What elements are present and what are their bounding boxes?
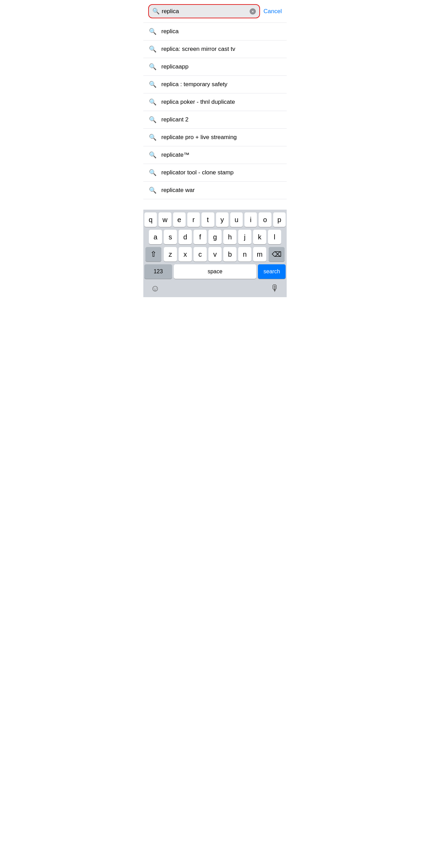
suggestion-text: replica [161,28,179,35]
delete-key[interactable]: ⌫ [269,247,285,262]
key-b[interactable]: b [223,247,236,262]
suggestion-search-icon: 🔍 [149,98,156,106]
suggestion-search-icon: 🔍 [149,134,156,141]
clear-button[interactable]: × [250,8,256,15]
emoji-icon[interactable]: ☺ [146,283,164,294]
key-v[interactable]: v [208,247,222,262]
suggestion-item[interactable]: 🔍 replicate pro + live streaming [143,129,287,146]
microphone-icon[interactable]: 🎙 [266,283,284,294]
search-bar-area: 🔍 replica × Cancel [143,0,287,22]
suggestion-item[interactable]: 🔍 replica : temporary safety [143,76,287,93]
suggestion-text: replicator tool - clone stamp [161,169,234,176]
shift-icon: ⇧ [150,250,156,259]
suggestion-search-icon: 🔍 [149,116,156,124]
keyboard-emoji-row: ☺ 🎙 [144,282,286,296]
cancel-button[interactable]: Cancel [263,8,282,15]
key-i[interactable]: i [244,212,257,227]
key-w[interactable]: w [159,212,171,227]
suggestion-text: replicate pro + live streaming [161,134,237,141]
suggestion-item[interactable]: 🔍 replicate war [143,182,287,199]
search-icon: 🔍 [152,8,160,15]
suggestion-search-icon: 🔍 [149,63,156,71]
key-t[interactable]: t [201,212,214,227]
key-k[interactable]: k [253,230,266,244]
key-h[interactable]: h [223,230,236,244]
key-r[interactable]: r [187,212,200,227]
search-input[interactable]: replica [162,8,248,15]
key-q[interactable]: q [144,212,157,227]
key-a[interactable]: a [149,230,162,244]
suggestion-search-icon: 🔍 [149,151,156,159]
search-key[interactable]: search [258,264,286,279]
key-m[interactable]: m [253,247,266,262]
key-x[interactable]: x [179,247,192,262]
key-z[interactable]: z [164,247,177,262]
suggestion-item[interactable]: 🔍 replicaapp [143,58,287,76]
suggestion-item[interactable]: 🔍 replica [143,23,287,40]
keyboard-bottom-bar: 123 space search [144,264,286,279]
numbers-key[interactable]: 123 [144,264,172,279]
suggestion-text: replicant 2 [161,116,188,123]
key-d[interactable]: d [179,230,192,244]
suggestion-item[interactable]: 🔍 replicate™ [143,146,287,164]
suggestion-text: replicaapp [161,63,188,70]
suggestion-text: replicate™ [161,152,189,158]
suggestions-list: 🔍 replica 🔍 replica: screen mirror cast … [143,22,287,199]
suggestion-search-icon: 🔍 [149,186,156,194]
key-c[interactable]: c [194,247,207,262]
keyboard: qwertyuiop asdfghjkl ⇧ zxcvbnm ⌫ 123 spa… [143,210,287,297]
suggestion-text: replica: screen mirror cast tv [161,46,235,53]
search-input-wrapper: 🔍 replica × [148,4,260,18]
key-g[interactable]: g [208,230,222,244]
suggestion-item[interactable]: 🔍 replica: screen mirror cast tv [143,40,287,58]
suggestion-item[interactable]: 🔍 replica poker - thnl duplicate [143,93,287,111]
key-y[interactable]: y [216,212,229,227]
key-l[interactable]: l [268,230,281,244]
suggestion-search-icon: 🔍 [149,169,156,176]
suggestion-search-icon: 🔍 [149,81,156,88]
suggestion-search-icon: 🔍 [149,28,156,35]
key-p[interactable]: p [273,212,286,227]
suggestion-text: replica poker - thnl duplicate [161,99,235,106]
keyboard-row-1: qwertyuiop [144,212,286,227]
key-o[interactable]: o [259,212,271,227]
key-u[interactable]: u [230,212,243,227]
keyboard-row-2: asdfghjkl [144,230,286,244]
suggestion-text: replica : temporary safety [161,81,227,88]
suggestion-item[interactable]: 🔍 replicator tool - clone stamp [143,164,287,182]
key-s[interactable]: s [164,230,177,244]
delete-icon: ⌫ [272,250,281,258]
keyboard-row-3-wrapper: ⇧ zxcvbnm ⌫ [144,247,286,262]
space-key[interactable]: space [174,264,256,279]
suggestion-search-icon: 🔍 [149,45,156,53]
shift-key[interactable]: ⇧ [145,247,161,262]
suggestion-item[interactable]: 🔍 replicant 2 [143,111,287,129]
key-j[interactable]: j [238,230,251,244]
key-e[interactable]: e [173,212,186,227]
key-n[interactable]: n [238,247,251,262]
suggestion-text: replicate war [161,187,195,194]
key-f[interactable]: f [194,230,207,244]
